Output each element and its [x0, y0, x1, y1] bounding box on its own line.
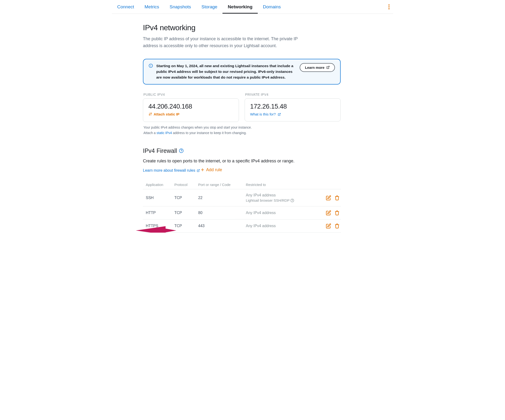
- fw-app: SSH: [146, 196, 174, 200]
- svg-point-1: [389, 6, 390, 7]
- svg-point-13: [291, 199, 294, 202]
- firewall-heading: IPv4 Firewall: [143, 147, 341, 154]
- svg-marker-15: [136, 226, 176, 233]
- firewall-table-header: Application Protocol Port or range / Cod…: [143, 181, 341, 189]
- tab-domains[interactable]: Domains: [258, 0, 286, 13]
- col-restrict-header: Restricted to: [246, 183, 322, 187]
- delete-icon[interactable]: [335, 210, 340, 215]
- kebab-icon: [388, 4, 390, 10]
- fw-port: 22: [198, 196, 246, 200]
- external-link-icon: [326, 66, 330, 69]
- learn-more-button[interactable]: Learn more: [300, 63, 335, 72]
- private-ip-value: 172.26.15.48: [250, 103, 335, 110]
- delete-icon[interactable]: [335, 223, 340, 229]
- tab-bar: Connect Metrics Snapshots Storage Networ…: [112, 0, 393, 14]
- fw-proto: TCP: [174, 196, 198, 200]
- external-link-icon: [278, 113, 281, 116]
- private-ip-label: PRIVATE IPV4: [245, 93, 341, 96]
- private-ip-card: 172.26.15.48 What is this for?: [245, 98, 341, 121]
- fw-restrict: Any IPv4 address Lightsail browser SSH/R…: [246, 193, 322, 202]
- fw-proto: TCP: [174, 211, 198, 215]
- what-is-this-link[interactable]: What is this for?: [250, 112, 281, 116]
- delete-icon[interactable]: [335, 195, 340, 201]
- fw-app: HTTP: [146, 211, 174, 215]
- attach-static-ip-link[interactable]: Attach static IP: [148, 112, 179, 116]
- tab-networking[interactable]: Networking: [222, 0, 258, 13]
- col-port-header: Port or range / Code: [198, 183, 246, 187]
- svg-line-6: [328, 66, 329, 68]
- help-icon[interactable]: [179, 148, 184, 153]
- help-icon[interactable]: [290, 199, 294, 202]
- svg-point-11: [181, 152, 182, 152]
- svg-point-10: [179, 149, 183, 153]
- fw-proto: TCP: [174, 224, 198, 228]
- edit-icon[interactable]: [326, 195, 331, 201]
- static-ipv4-link[interactable]: static IPv4: [157, 131, 172, 135]
- pricing-notice: Starting on May 1, 2024, all new and exi…: [143, 59, 341, 85]
- edit-icon[interactable]: [326, 210, 331, 215]
- firewall-row: HTTP TCP 80 Any IPv4 address: [143, 207, 341, 219]
- add-rule-button[interactable]: + Add rule: [201, 167, 222, 172]
- swap-icon: [148, 112, 152, 116]
- public-ip-helper: Your public IPv4 address changes when yo…: [143, 125, 341, 136]
- svg-line-12: [198, 169, 199, 171]
- col-proto-header: Protocol: [174, 183, 198, 187]
- tab-storage[interactable]: Storage: [196, 0, 223, 13]
- col-app-header: Application: [146, 183, 174, 187]
- tab-connect[interactable]: Connect: [112, 0, 139, 13]
- svg-point-14: [292, 201, 292, 201]
- fw-port: 80: [198, 211, 246, 215]
- fw-restrict: Any IPv4 address: [246, 211, 322, 215]
- learn-firewall-link[interactable]: Learn more about firewall rules: [143, 168, 200, 173]
- svg-point-5: [151, 65, 151, 65]
- public-ip-card: 44.206.240.168 Attach static IP: [143, 98, 239, 122]
- svg-point-0: [389, 4, 390, 6]
- firewall-row: SSH TCP 22 Any IPv4 address Lightsail br…: [143, 189, 341, 207]
- annotation-arrow-icon: [136, 223, 176, 233]
- firewall-subtitle: Create rules to open ports to the intern…: [143, 159, 341, 163]
- public-ip-label: PUBLIC IPV4: [143, 93, 239, 96]
- public-ip-value: 44.206.240.168: [148, 103, 234, 110]
- tab-metrics[interactable]: Metrics: [139, 0, 164, 13]
- external-link-icon: [197, 169, 200, 172]
- svg-line-9: [279, 113, 280, 115]
- fw-restrict: Any IPv4 address: [246, 224, 322, 228]
- svg-point-2: [389, 8, 390, 9]
- info-icon: [149, 63, 153, 68]
- notice-text: Starting on May 1, 2024, all new and exi…: [156, 63, 296, 80]
- page-title: IPv4 networking: [143, 23, 341, 32]
- tab-snapshots[interactable]: Snapshots: [164, 0, 196, 13]
- plus-icon: +: [201, 168, 204, 171]
- fw-port: 443: [198, 224, 246, 228]
- more-menu-button[interactable]: [385, 2, 393, 12]
- edit-icon[interactable]: [326, 223, 331, 229]
- page-subtitle: The public IP address of your instance i…: [143, 36, 305, 49]
